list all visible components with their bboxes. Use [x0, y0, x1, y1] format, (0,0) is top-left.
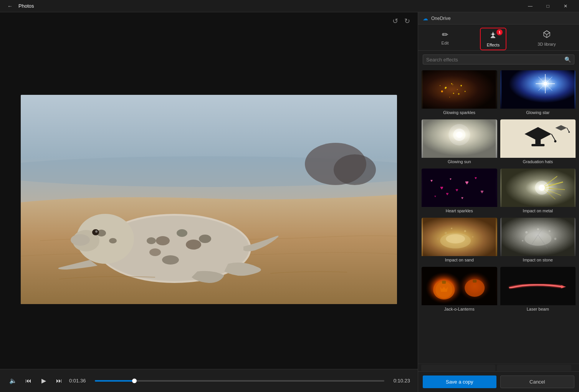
- previous-frame-button[interactable]: ⏮: [23, 375, 34, 386]
- search-icon[interactable]: 🔍: [564, 56, 571, 63]
- maximize-button[interactable]: □: [539, 0, 557, 12]
- svg-point-89: [524, 232, 551, 246]
- svg-point-7: [177, 229, 187, 237]
- effect-label-laser-beam: Laser beam: [500, 305, 576, 313]
- tab-3d-library[interactable]: 3D library: [531, 28, 562, 50]
- play-button[interactable]: ▶: [38, 375, 49, 386]
- effect-thumb-glowing-sun: [422, 119, 497, 158]
- edit-icon: ✏: [442, 30, 448, 39]
- effect-label-impact-on-sand: Impact on sand: [422, 256, 497, 264]
- search-input[interactable]: [426, 57, 562, 63]
- panel-toolbar: ✏ Edit 1 Effects: [418, 25, 579, 51]
- undo-button[interactable]: ↺: [391, 15, 400, 27]
- svg-text:♥: ♥: [455, 187, 458, 193]
- effect-impact-on-stone[interactable]: Impact on stone: [500, 217, 576, 264]
- right-panel: ☁ OneDrive ✏ Edit 1 Effects: [418, 12, 579, 392]
- svg-text:✦: ✦: [444, 86, 447, 90]
- effect-heart-sparkles[interactable]: ♥ ♥ ♥ ♥ ♥ ♥ ♥ ♥ ♥ ♥ Heart sparkles: [421, 168, 498, 215]
- svg-point-3: [334, 154, 376, 185]
- video-frame: [21, 95, 397, 304]
- svg-point-17: [71, 234, 90, 246]
- svg-point-51: [448, 124, 470, 146]
- svg-point-86: [437, 238, 440, 240]
- svg-point-10: [199, 235, 211, 243]
- svg-point-9: [149, 248, 161, 256]
- effect-label-glowing-star: Glowing star: [500, 109, 576, 116]
- effect-thumb-heart-sparkles: ♥ ♥ ♥ ♥ ♥ ♥ ♥ ♥ ♥ ♥: [422, 169, 497, 207]
- svg-point-87: [451, 228, 452, 229]
- edit-label: Edit: [442, 41, 449, 45]
- svg-text:♥: ♥: [430, 179, 433, 183]
- svg-rect-61: [423, 169, 496, 207]
- svg-text:♥: ♥: [440, 185, 443, 191]
- progress-fill: [95, 380, 134, 382]
- effect-impact-on-metal[interactable]: Impact on metal: [500, 168, 576, 215]
- tab-edit[interactable]: ✏ Edit: [435, 28, 455, 50]
- effect-thumb-impact-metal: [500, 169, 576, 207]
- controls-bar: 🔈 ⏮ ▶ ⏭ 0:01.36 0:10.23: [0, 369, 418, 392]
- effect-label-impact-on-stone: Impact on stone: [500, 256, 576, 264]
- svg-point-6: [156, 236, 170, 245]
- redo-button[interactable]: ↻: [403, 15, 412, 27]
- svg-point-30: [460, 85, 462, 86]
- svg-point-11: [162, 255, 179, 265]
- library-label: 3D library: [538, 42, 556, 46]
- svg-point-19: [95, 230, 98, 233]
- volume-button[interactable]: 🔈: [8, 375, 18, 386]
- svg-point-91: [548, 230, 550, 232]
- minimize-button[interactable]: —: [521, 0, 539, 12]
- svg-point-85: [472, 236, 473, 238]
- effect-label-glowing-sun: Glowing sun: [422, 158, 497, 165]
- svg-text:♥: ♥: [446, 191, 448, 197]
- close-button[interactable]: ✕: [557, 0, 574, 12]
- total-time: 0:10.23: [389, 378, 410, 384]
- effect-label-impact-on-metal: Impact on metal: [500, 207, 576, 215]
- library-icon: [543, 30, 551, 40]
- svg-point-83: [445, 232, 447, 234]
- svg-text:♥: ♥: [480, 189, 483, 195]
- effect-glowing-star[interactable]: Glowing star: [500, 70, 576, 117]
- window-controls: — □ ✕: [521, 0, 574, 12]
- search-bar: 🔍: [418, 51, 579, 68]
- svg-point-27: [441, 91, 443, 93]
- effect-label-graduation-hats: Graduation hats: [500, 158, 576, 165]
- effect-thumb-impact-stone: [500, 218, 576, 256]
- search-input-wrap: 🔍: [423, 55, 574, 65]
- titlebar: ← Photos — □ ✕: [0, 0, 579, 12]
- effect-glowing-sun[interactable]: Glowing sun: [421, 119, 498, 166]
- svg-point-82: [446, 234, 465, 243]
- svg-point-32: [465, 91, 466, 92]
- effect-thumb-impact-sand: [422, 218, 497, 256]
- effect-laser-beam[interactable]: Laser beam: [500, 266, 576, 313]
- svg-text:♥: ♥: [450, 177, 452, 181]
- bottom-actions: Save a copy Cancel: [418, 371, 579, 392]
- svg-point-92: [554, 238, 556, 240]
- svg-text:♥: ♥: [475, 176, 477, 180]
- onedrive-icon: ☁: [423, 15, 428, 22]
- effects-badge: 1: [496, 29, 503, 35]
- effects-label: Effects: [487, 43, 500, 47]
- effect-glowing-sparkles[interactable]: ✦ ✧ ✦ Glowing sparkles: [421, 70, 498, 117]
- save-copy-button[interactable]: Save a copy: [423, 375, 496, 388]
- next-frame-button[interactable]: ⏭: [54, 375, 65, 386]
- effect-graduation-hats[interactable]: Graduation hats: [500, 119, 576, 166]
- svg-point-84: [464, 230, 466, 232]
- effect-label-jack-o-lanterns: Jack-o-Lanterns: [422, 305, 497, 313]
- svg-point-28: [453, 93, 454, 94]
- svg-rect-106: [473, 280, 476, 283]
- effect-impact-on-sand[interactable]: Impact on sand: [421, 217, 498, 264]
- back-button[interactable]: ←: [5, 1, 15, 12]
- progress-thumb: [132, 379, 137, 383]
- progress-bar[interactable]: [95, 380, 384, 382]
- cancel-button[interactable]: Cancel: [500, 375, 575, 388]
- svg-point-47: [538, 77, 552, 91]
- svg-point-15: [109, 238, 117, 243]
- app-title: Photos: [18, 3, 34, 9]
- video-top-bar: ↺ ↻: [0, 12, 418, 30]
- effect-jack-o-lanterns[interactable]: Jack-o-Lanterns: [421, 266, 498, 313]
- onedrive-bar: ☁ OneDrive: [418, 12, 579, 25]
- effect-thumb-jack-o-lanterns: [422, 267, 497, 305]
- tab-effects[interactable]: 1 Effects: [480, 28, 506, 50]
- svg-point-8: [186, 240, 201, 250]
- svg-point-94: [537, 228, 539, 230]
